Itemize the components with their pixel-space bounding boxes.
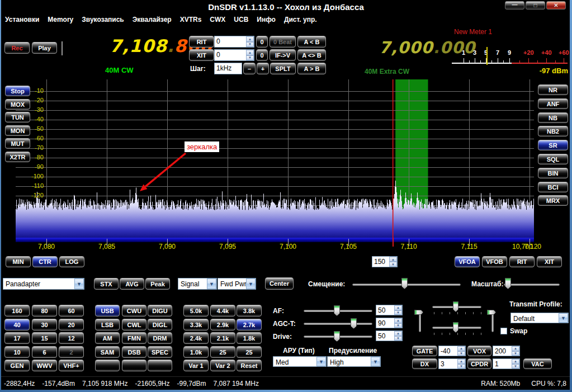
filter-button-1-8k[interactable]: 1.8k (237, 332, 262, 344)
close-button[interactable]: ✕ (546, 1, 566, 10)
spinner-down-icon[interactable]: ▼ (512, 364, 519, 369)
rec-button[interactable]: Rec (4, 42, 30, 54)
spinner-up-icon[interactable]: ▲ (512, 359, 519, 364)
menu-item-memory[interactable]: Memory (48, 16, 73, 23)
maximize-button[interactable]: □ (526, 1, 545, 10)
xit-spinner[interactable]: 0▲▼ (214, 49, 254, 61)
band-button-60[interactable]: 60 (59, 305, 84, 317)
vox-button[interactable]: VOX (467, 346, 491, 356)
preamp-select[interactable]: High▼ (327, 356, 381, 367)
spectrum-canvas[interactable] (16, 79, 534, 238)
tx-eq-slider-2-thumb[interactable] (453, 322, 458, 333)
scale-slider[interactable] (504, 284, 560, 286)
cpdr-button[interactable]: CPDR (467, 358, 491, 369)
tx-mic-slider-thumb[interactable] (414, 310, 423, 315)
spinner-down-icon[interactable]: ▼ (394, 323, 402, 328)
meter-tx-select[interactable]: Fwd Pwr▼ (218, 278, 256, 290)
filter-button-4-4k[interactable]: 4.4k (210, 305, 235, 317)
stx-button[interactable]: STX (94, 278, 119, 290)
dsp-button-nr[interactable]: NR (538, 84, 568, 95)
band-button-20[interactable]: 20 (59, 319, 84, 330)
mode-button-blank-12[interactable] (95, 360, 120, 371)
band-button-12[interactable]: 12 (59, 332, 84, 344)
rit-spinner[interactable]: 0▲▼ (214, 36, 254, 48)
spinner-up-icon[interactable]: ▲ (394, 331, 402, 336)
band-button-15[interactable]: 15 (32, 332, 57, 344)
display-button-ctr[interactable]: CTR (32, 256, 58, 267)
dsp-button-sql[interactable]: SQL (538, 154, 568, 164)
dsp-button-nb2[interactable]: NB2 (538, 126, 568, 136)
spectrum-display[interactable] (16, 79, 534, 238)
vfo-button-vfob[interactable]: VFOB (482, 256, 507, 267)
tx-out-slider-thumb[interactable] (487, 310, 496, 315)
mode-button-cwl[interactable]: CWL (122, 319, 146, 330)
agc-spinner[interactable]: 90▲▼ (376, 318, 403, 328)
menu-item-cwx[interactable]: CWX (210, 16, 225, 23)
spinner-up-icon[interactable]: ▲ (246, 50, 254, 55)
rit-zero-button[interactable]: 0 (256, 36, 268, 48)
split-button[interactable]: SPLT (270, 63, 296, 74)
spinner-down-icon[interactable]: ▼ (457, 351, 465, 356)
avg-button[interactable]: AVG (120, 278, 144, 290)
filter-button-2-7k[interactable]: 2.7k (237, 319, 262, 330)
tx-eq-slider-1-thumb[interactable] (453, 301, 458, 312)
agc-slider-thumb[interactable] (351, 318, 357, 329)
af-spinner[interactable]: 50▲▼ (376, 305, 403, 315)
cpdr-spinner[interactable]: 1▲▼ (493, 358, 520, 369)
xit-zero-button[interactable]: 0 (256, 49, 268, 61)
dsp-button-bci[interactable]: BCI (538, 182, 568, 192)
mode-button-blank-13[interactable] (122, 360, 146, 371)
band-button-40[interactable]: 40 (4, 319, 30, 330)
af-slider-thumb[interactable] (334, 305, 340, 316)
rit-button[interactable]: RIT (189, 36, 214, 48)
agc-slider[interactable] (304, 323, 372, 325)
drive-spinner[interactable]: 50▲▼ (376, 330, 403, 341)
menu-item-дист-упр-[interactable]: Дист. упр. (284, 16, 317, 23)
mode-button-sam[interactable]: SAM (95, 346, 120, 358)
spinner-down-icon[interactable]: ▼ (246, 55, 254, 61)
a-swap-b-button[interactable]: A <> B (297, 49, 326, 61)
mode-button-fmn[interactable]: FMN (122, 332, 146, 344)
spinner-up-icon[interactable]: ▲ (246, 36, 254, 42)
vox-spinner[interactable]: 200▲▼ (493, 346, 520, 356)
menu-item-звукозапись[interactable]: Звукозапись (82, 16, 124, 23)
spinner-down-icon[interactable]: ▼ (512, 351, 519, 356)
dropdown-arrow-icon[interactable]: ▼ (316, 357, 326, 366)
gate-button[interactable]: GATE (412, 346, 437, 356)
filter-button-reset[interactable]: Reset (237, 360, 262, 371)
a-less-b-button[interactable]: A < B (297, 36, 326, 48)
display-mode-select[interactable]: Panadapter▼ (3, 278, 84, 290)
menu-item-ucb[interactable]: UCB (234, 16, 248, 23)
mode-button-cwu[interactable]: CWU (122, 305, 146, 317)
window-edge-bottom[interactable] (0, 390, 572, 392)
mode-button-digl[interactable]: DIGL (148, 319, 172, 330)
band-button-30[interactable]: 30 (32, 319, 57, 330)
meter-rx-select[interactable]: Signal▼ (178, 278, 217, 290)
a-greater-b-button[interactable]: A > B (297, 63, 326, 74)
step-up-button[interactable]: + (257, 63, 269, 74)
vfo-button-rit[interactable]: RIT (509, 256, 535, 267)
swap-checkbox[interactable] (500, 328, 507, 334)
transmit-profile-select[interactable]: Default▼ (510, 313, 569, 323)
dx-spinner[interactable]: 3▲▼ (438, 358, 466, 369)
agc-type-select[interactable]: Med▼ (273, 356, 327, 367)
filter-button-3-3k[interactable]: 3.3k (183, 319, 209, 330)
dsp-button-nb[interactable]: NB (538, 112, 568, 123)
band-button-160[interactable]: 160 (4, 305, 30, 317)
minimize-button[interactable]: — (505, 1, 524, 10)
vac-button[interactable]: VAC (523, 358, 552, 369)
filter-button-var-1[interactable]: Var 1 (183, 360, 209, 371)
filter-button-2-9k[interactable]: 2.9k (210, 319, 235, 330)
filter-button-2-1k[interactable]: 2.1k (210, 332, 235, 344)
offset-slider-thumb[interactable] (401, 278, 408, 289)
menu-item-xvtrs[interactable]: XVTRs (180, 16, 202, 23)
band-button-gen[interactable]: GEN (4, 360, 30, 371)
mode-button-spec[interactable]: SPEC (148, 346, 172, 358)
band-button-6[interactable]: 6 (32, 346, 57, 358)
if-to-v-button[interactable]: IF->V (270, 49, 296, 61)
mode-button-usb[interactable]: USB (95, 305, 120, 317)
filter-button-5-0k[interactable]: 5.0k (183, 305, 209, 317)
dropdown-arrow-icon[interactable]: ▼ (207, 278, 216, 289)
dropdown-arrow-icon[interactable]: ▼ (246, 278, 256, 289)
mode-button-digu[interactable]: DIGU (148, 305, 172, 317)
